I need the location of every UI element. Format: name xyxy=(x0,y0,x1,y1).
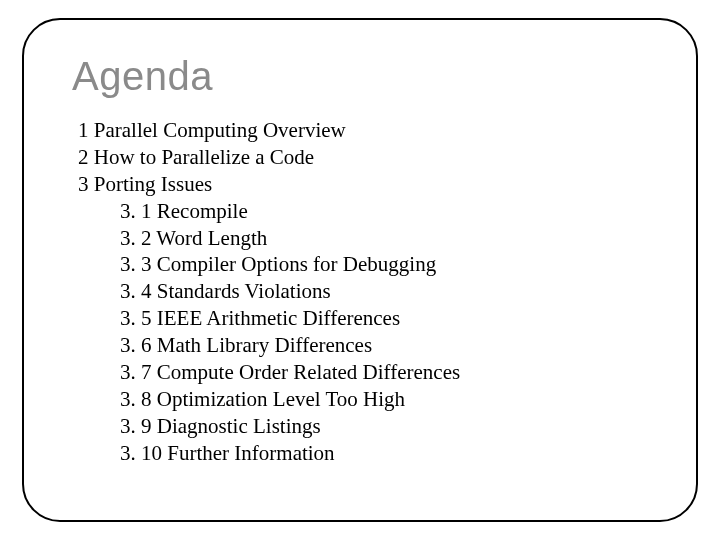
outline-subitem: 3. 7 Compute Order Related Differences xyxy=(120,359,648,386)
slide: Agenda 1 Parallel Computing Overview 2 H… xyxy=(0,0,720,540)
outline-subitem: 3. 8 Optimization Level Too High xyxy=(120,386,648,413)
outline-subitem: 3. 4 Standards Violations xyxy=(120,278,648,305)
outline-item: 1 Parallel Computing Overview xyxy=(78,117,648,144)
outline-item: 2 How to Parallelize a Code xyxy=(78,144,648,171)
outline-subitem: 3. 1 Recompile xyxy=(120,198,648,225)
outline-subitem: 3. 5 IEEE Arithmetic Differences xyxy=(120,305,648,332)
agenda-outline: 1 Parallel Computing Overview 2 How to P… xyxy=(72,117,648,466)
outline-subitem: 3. 10 Further Information xyxy=(120,440,648,467)
outline-item: 3 Porting Issues xyxy=(78,171,648,198)
slide-frame: Agenda 1 Parallel Computing Overview 2 H… xyxy=(22,18,698,522)
outline-subitem: 3. 6 Math Library Differences xyxy=(120,332,648,359)
outline-subitem: 3. 9 Diagnostic Listings xyxy=(120,413,648,440)
outline-subitem: 3. 3 Compiler Options for Debugging xyxy=(120,251,648,278)
outline-subitem: 3. 2 Word Length xyxy=(120,225,648,252)
slide-title: Agenda xyxy=(72,54,648,99)
